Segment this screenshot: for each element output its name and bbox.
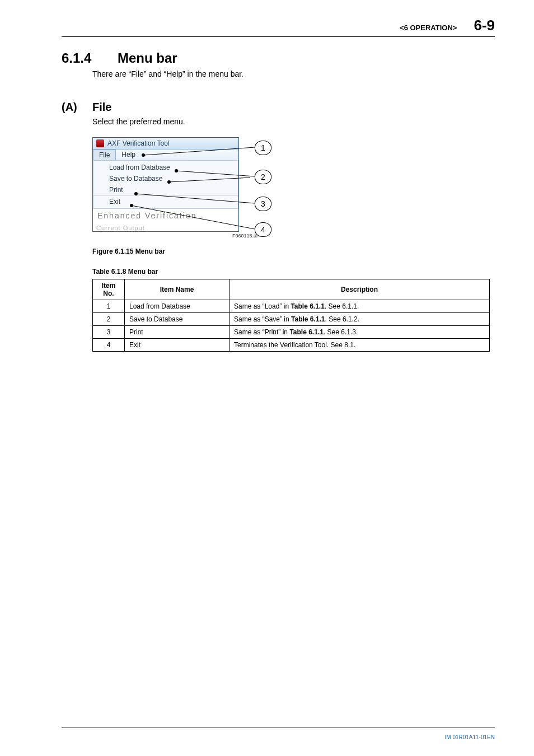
cell-name: Print [125, 326, 229, 339]
subsection-title: File [92, 101, 111, 114]
cell-desc: Same as “Save” in Table 6.1.1. See 6.1.2… [229, 313, 490, 326]
section-title: Menu bar [118, 50, 177, 66]
subsection-intro: Select the preferred menu. [92, 117, 495, 126]
leader-dot [142, 153, 145, 157]
screenshot: AXF Verification Tool File Help Load fro… [92, 137, 277, 232]
document-id: IM 01R01A11-01EN [445, 734, 495, 740]
chapter-label: <6 OPERATION> [400, 24, 457, 32]
table-row: 4 Exit Terminates the Verification Tool.… [93, 339, 490, 352]
cell-no: 4 [93, 339, 125, 352]
background-subtext: Current Output [96, 225, 238, 231]
figure-id: F060115.ai [92, 233, 257, 239]
th-description: Description [229, 279, 490, 300]
menu-file[interactable]: File [93, 150, 116, 160]
app-window: AXF Verification Tool File Help Load fro… [92, 137, 239, 232]
section-number: 6.1.4 [62, 50, 118, 66]
section-intro: There are “File” and “Help” in the menu … [92, 69, 495, 78]
section-heading: 6.1.4 Menu bar [62, 50, 495, 66]
cell-no: 2 [93, 313, 125, 326]
table-caption: Table 6.1.8 Menu bar [92, 268, 495, 276]
menu-item-print[interactable]: Print [93, 184, 238, 196]
menubar: File Help [93, 150, 238, 161]
cell-desc: Same as “Print” in Table 6.1.1. See 6.1.… [229, 326, 490, 339]
table-row: 3 Print Same as “Print” in Table 6.1.1. … [93, 326, 490, 339]
table-header-row: Item No. Item Name Description [93, 279, 490, 300]
cell-desc: Terminates the Verification Tool. See 8.… [229, 339, 490, 352]
leader-dot [175, 169, 178, 172]
cell-no: 1 [93, 300, 125, 313]
footer-rule [62, 727, 495, 728]
menu-item-load[interactable]: Load from Database [93, 162, 238, 173]
page: <6 OPERATION> 6-9 6.1.4 Menu bar There a… [0, 0, 534, 756]
leader-dot [167, 180, 171, 184]
leader-dot [134, 192, 138, 195]
file-dropdown: Load from Database Save to Database Prin… [93, 161, 238, 209]
cell-name: Exit [125, 339, 229, 352]
callout-2: 2 [255, 170, 271, 184]
cell-no: 3 [93, 326, 125, 339]
page-number: 6-9 [474, 17, 495, 34]
callout-1: 1 [255, 141, 271, 155]
titlebar: AXF Verification Tool [93, 138, 238, 150]
callout-4: 4 [255, 222, 271, 237]
menu-item-exit[interactable]: Exit [93, 196, 238, 207]
leader-dot [130, 204, 133, 207]
subsection-letter: (A) [62, 101, 92, 114]
cell-name: Load from Database [125, 300, 229, 313]
background-heading: Enhanced Verification [93, 209, 238, 225]
th-item-no: Item No. [93, 279, 125, 300]
menu-item-save[interactable]: Save to Database [93, 173, 238, 184]
cell-desc: Same as “Load” in Table 6.1.1. See 6.1.1… [229, 300, 490, 313]
table-row: 2 Save to Database Same as “Save” in Tab… [93, 313, 490, 326]
menu-table: Item No. Item Name Description 1 Load fr… [92, 279, 490, 352]
table-row: 1 Load from Database Same as “Load” in T… [93, 300, 490, 313]
th-item-name: Item Name [125, 279, 229, 300]
cell-name: Save to Database [125, 313, 229, 326]
subsection-heading: (A) File [62, 101, 495, 114]
window-title: AXF Verification Tool [107, 139, 170, 147]
figure-caption: Figure 6.1.15 Menu bar [92, 248, 495, 255]
page-header: <6 OPERATION> 6-9 [62, 17, 495, 37]
callout-3: 3 [255, 197, 271, 211]
app-icon [96, 139, 104, 147]
menu-help[interactable]: Help [116, 150, 141, 160]
